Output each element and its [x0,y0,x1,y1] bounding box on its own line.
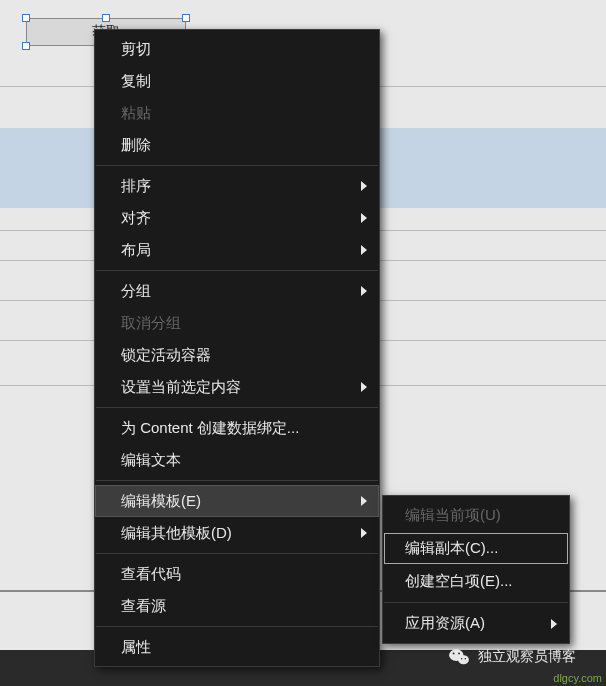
menu-separator [96,480,378,481]
selection-handle[interactable] [102,14,110,22]
svg-point-3 [458,653,460,655]
submenu-apply-resource[interactable]: 应用资源(A) [383,607,569,640]
menu-label: 查看源 [121,597,166,616]
chevron-right-icon [361,528,367,538]
menu-label: 创建空白项(E)... [405,572,513,591]
menu-paste: 粘贴 [95,97,379,129]
menu-label: 设置当前选定内容 [121,378,241,397]
menu-layout[interactable]: 布局 [95,234,379,266]
menu-cut[interactable]: 剪切 [95,33,379,65]
menu-separator [96,165,378,166]
menu-label: 分组 [121,282,151,301]
menu-group[interactable]: 分组 [95,275,379,307]
context-menu: 剪切 复制 粘贴 删除 排序 对齐 布局 分组 取消分组 锁定活动容器 设置当前… [94,29,380,667]
wechat-icon [448,648,470,666]
watermark: 独立观察员博客 [448,648,576,666]
menu-label: 锁定活动容器 [121,346,211,365]
menu-label: 粘贴 [121,104,151,123]
menu-label: 编辑文本 [121,451,181,470]
menu-copy[interactable]: 复制 [95,65,379,97]
menu-view-code[interactable]: 查看代码 [95,558,379,590]
menu-separator [96,553,378,554]
watermark-text: 独立观察员博客 [478,648,576,666]
menu-label: 对齐 [121,209,151,228]
chevron-right-icon [361,213,367,223]
menu-edit-other-templates[interactable]: 编辑其他模板(D) [95,517,379,549]
chevron-right-icon [361,181,367,191]
menu-properties[interactable]: 属性 [95,631,379,663]
menu-label: 应用资源(A) [405,614,485,633]
watermark-url: dlgcy.com [553,672,602,684]
menu-label: 取消分组 [121,314,181,333]
submenu-edit-copy[interactable]: 编辑副本(C)... [383,532,569,565]
menu-label: 排序 [121,177,151,196]
svg-point-1 [458,655,469,664]
menu-label: 编辑当前项(U) [405,506,501,525]
menu-separator [96,626,378,627]
chevron-right-icon [361,245,367,255]
menu-view-source[interactable]: 查看源 [95,590,379,622]
menu-delete[interactable]: 删除 [95,129,379,161]
submenu-create-empty[interactable]: 创建空白项(E)... [383,565,569,598]
menu-label: 删除 [121,136,151,155]
chevron-right-icon [551,619,557,629]
menu-ungroup: 取消分组 [95,307,379,339]
menu-label: 复制 [121,72,151,91]
menu-separator [96,270,378,271]
menu-label: 查看代码 [121,565,181,584]
menu-edit-text[interactable]: 编辑文本 [95,444,379,476]
chevron-right-icon [361,286,367,296]
menu-align[interactable]: 对齐 [95,202,379,234]
svg-point-2 [453,653,455,655]
menu-separator [96,407,378,408]
menu-label: 剪切 [121,40,151,59]
menu-separator [384,602,568,603]
submenu-edit-template: 编辑当前项(U) 编辑副本(C)... 创建空白项(E)... 应用资源(A) [382,495,570,644]
menu-edit-template[interactable]: 编辑模板(E) [95,485,379,517]
menu-label: 为 Content 创建数据绑定... [121,419,299,438]
svg-point-5 [465,658,466,659]
menu-label: 属性 [121,638,151,657]
submenu-edit-current: 编辑当前项(U) [383,499,569,532]
chevron-right-icon [361,382,367,392]
selection-handle[interactable] [22,42,30,50]
selection-handle[interactable] [22,14,30,22]
selection-handle[interactable] [182,14,190,22]
menu-label: 编辑副本(C)... [405,539,498,558]
menu-lock-container[interactable]: 锁定活动容器 [95,339,379,371]
menu-order[interactable]: 排序 [95,170,379,202]
menu-label: 布局 [121,241,151,260]
menu-label: 编辑其他模板(D) [121,524,232,543]
svg-point-4 [461,658,462,659]
menu-create-databinding[interactable]: 为 Content 创建数据绑定... [95,412,379,444]
menu-set-current-selection[interactable]: 设置当前选定内容 [95,371,379,403]
chevron-right-icon [361,496,367,506]
menu-label: 编辑模板(E) [121,492,201,511]
